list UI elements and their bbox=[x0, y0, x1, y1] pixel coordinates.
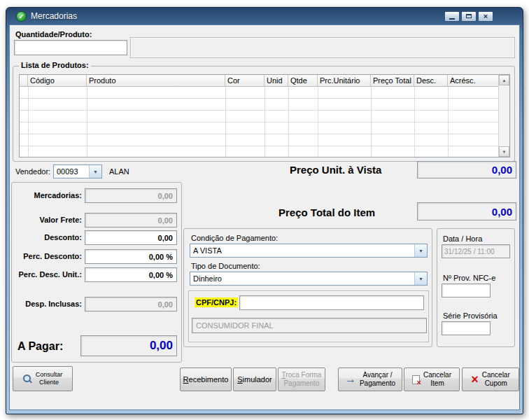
perc-desconto-input[interactable]: 0,00 % bbox=[85, 249, 177, 264]
serie-provisoria-value bbox=[442, 321, 491, 335]
chevron-down-icon[interactable]: ▼ bbox=[414, 244, 427, 257]
recebimento-button[interactable]: Recebimento bbox=[180, 368, 232, 391]
red-x-icon: × bbox=[471, 373, 479, 386]
cancelar-item-button[interactable]: Cancelar Item bbox=[404, 368, 460, 391]
product-list-groupbox: Lista de Produtos: Código Produto Cor Un… bbox=[13, 66, 515, 162]
chevron-down-icon[interactable]: ▼ bbox=[414, 272, 427, 285]
table-header-cor[interactable]: Cor bbox=[225, 75, 264, 87]
scroll-up-icon[interactable]: ▲ bbox=[499, 75, 509, 85]
vendedor-combobox[interactable]: 00093 ▼ bbox=[53, 164, 102, 178]
product-description-panel bbox=[130, 37, 515, 58]
perc-desconto-label: Perc. Desconto: bbox=[23, 252, 82, 260]
consultar-cliente-button[interactable]: Consultar Cliente bbox=[13, 366, 73, 391]
product-list-group-label: Lista de Produtos: bbox=[19, 61, 91, 69]
condicao-pagamento-combobox[interactable]: A VISTA ▼ bbox=[190, 244, 428, 258]
table-header: Código Produto Cor Unid Qtde Prc.Unitári… bbox=[20, 75, 499, 87]
cancel-item-icon bbox=[412, 375, 420, 384]
desp-inclusas-value: 0,00 bbox=[85, 297, 177, 312]
titlebar[interactable]: ✓ Mercadorias × bbox=[6, 8, 523, 24]
quantity-product-label: Quantidade/Produto: bbox=[15, 30, 92, 38]
table-row[interactable] bbox=[20, 134, 499, 146]
consumidor-final-field: CONSUMIDOR FINAL bbox=[192, 318, 427, 333]
chevron-down-icon[interactable]: ▼ bbox=[89, 165, 101, 178]
a-pagar-value: 0,00 bbox=[80, 335, 177, 356]
cpf-panel: CPF/CNPJ: CONSUMIDOR FINAL bbox=[188, 290, 429, 342]
desp-inclusas-label: Desp. Inclusas: bbox=[25, 300, 82, 308]
button-label: Cupom bbox=[485, 379, 507, 388]
desktop: { "colors": { "accent_value_blue": "#000… bbox=[0, 0, 529, 420]
button-label: Cancelar bbox=[482, 371, 510, 379]
simulador-button[interactable]: Simulador bbox=[233, 368, 276, 391]
maximize-icon bbox=[466, 14, 472, 18]
avancar-pagamento-button[interactable]: → Avançar / Pagamento bbox=[338, 368, 402, 391]
button-label: Cancelar bbox=[423, 371, 451, 379]
window-title: Mercadorias bbox=[31, 11, 77, 21]
table-header-indicator bbox=[20, 75, 28, 87]
table-row[interactable] bbox=[20, 111, 499, 122]
fiscal-info-groupbox: Data / Hora 31/12/25 / 11:00 Nº Prov. NF… bbox=[437, 228, 515, 347]
tipo-documento-label: Tipo de Documento: bbox=[191, 262, 260, 270]
vendedor-code: 00093 bbox=[54, 167, 89, 176]
search-icon bbox=[23, 374, 32, 384]
perc-desc-unit-label: Perc. Desc. Unit.: bbox=[19, 270, 82, 279]
tipo-documento-combobox[interactable]: Dinheiro ▼ bbox=[190, 272, 428, 286]
totals-groupbox: Mercadorias: 0,00 Valor Frete: 0,00 Desc… bbox=[11, 182, 182, 363]
table-body bbox=[20, 87, 499, 158]
table-header-produto[interactable]: Produto bbox=[87, 75, 225, 87]
nfce-label: Nº Prov. NFC-e bbox=[443, 274, 495, 282]
maximize-button[interactable] bbox=[461, 11, 477, 22]
table-header-acresc[interactable]: Acrésc. bbox=[448, 75, 499, 87]
button-label: Troca Forma bbox=[282, 371, 322, 379]
unit-price-label: Preço Unit. à Vista bbox=[290, 164, 381, 176]
item-total-label: Preço Total do Item bbox=[278, 206, 375, 218]
caption-buttons: × bbox=[444, 11, 493, 22]
vendedor-name: ALAN bbox=[109, 167, 129, 176]
mercadorias-label: Mercadorias: bbox=[34, 191, 82, 200]
minimize-button[interactable] bbox=[444, 11, 460, 22]
vendedor-label: Vendedor: bbox=[15, 167, 50, 176]
valor-frete-label: Valor Frete: bbox=[39, 216, 82, 224]
button-label: Pagamento bbox=[283, 379, 319, 388]
table-row[interactable] bbox=[20, 122, 499, 134]
condicao-pagamento-label: Condição de Pagamento: bbox=[191, 234, 278, 242]
desconto-label: Desconto: bbox=[44, 233, 82, 241]
perc-desc-unit-input[interactable]: 0,00 % bbox=[85, 267, 177, 282]
tipo-documento-value: Dinheiro bbox=[190, 274, 414, 283]
a-pagar-label: A Pagar: bbox=[17, 340, 63, 353]
app-check-icon: ✓ bbox=[16, 11, 27, 22]
table-row[interactable] bbox=[20, 87, 499, 99]
table-vertical-scrollbar[interactable]: ▲ ▼ bbox=[498, 75, 509, 157]
troca-forma-pagamento-button: Troca Forma Pagamento bbox=[278, 368, 325, 391]
button-label: Simulador bbox=[237, 375, 272, 384]
close-button[interactable]: × bbox=[478, 11, 493, 22]
minimize-icon bbox=[449, 18, 455, 20]
serie-provisoria-label: Série Provisória bbox=[443, 312, 498, 320]
button-label: Consultar bbox=[36, 371, 63, 379]
table-header-unid[interactable]: Unid bbox=[264, 75, 288, 87]
table-header-prc-unitario[interactable]: Prc.Unitário bbox=[318, 75, 371, 87]
table-header-preco-total[interactable]: Preço Total bbox=[371, 75, 414, 87]
valor-frete-value: 0,00 bbox=[85, 213, 177, 227]
table-header-desc[interactable]: Desc. bbox=[414, 75, 448, 87]
table-row[interactable] bbox=[20, 146, 499, 158]
cancelar-cupom-button[interactable]: × Cancelar Cupom bbox=[462, 368, 519, 391]
button-label: Item bbox=[430, 379, 444, 388]
button-label: Recebimento bbox=[183, 375, 229, 384]
scroll-down-icon[interactable]: ▼ bbox=[499, 146, 509, 157]
data-hora-value: 31/12/25 / 11:00 bbox=[442, 244, 510, 258]
button-label: Pagamento bbox=[360, 379, 395, 388]
item-total-value: 0,00 bbox=[417, 202, 516, 220]
mercadorias-value: 0,00 bbox=[85, 188, 177, 203]
desconto-input[interactable]: 0,00 bbox=[85, 230, 177, 245]
table-row[interactable] bbox=[20, 99, 499, 111]
condicao-pagamento-value: A VISTA bbox=[190, 246, 414, 255]
product-table: Código Produto Cor Unid Qtde Prc.Unitári… bbox=[19, 74, 510, 158]
quantity-product-input[interactable] bbox=[14, 40, 127, 55]
forward-arrow-icon: → bbox=[345, 373, 356, 386]
payment-groupbox: Condição de Pagamento: A VISTA ▼ Tipo de… bbox=[183, 228, 432, 347]
cpf-cnpj-label: CPF/CNPJ: bbox=[195, 298, 238, 307]
table-header-qtde[interactable]: Qtde bbox=[288, 75, 318, 87]
cpf-cnpj-input[interactable] bbox=[239, 295, 424, 310]
button-label: Avançar / bbox=[362, 371, 392, 379]
table-header-codigo[interactable]: Código bbox=[28, 75, 87, 87]
